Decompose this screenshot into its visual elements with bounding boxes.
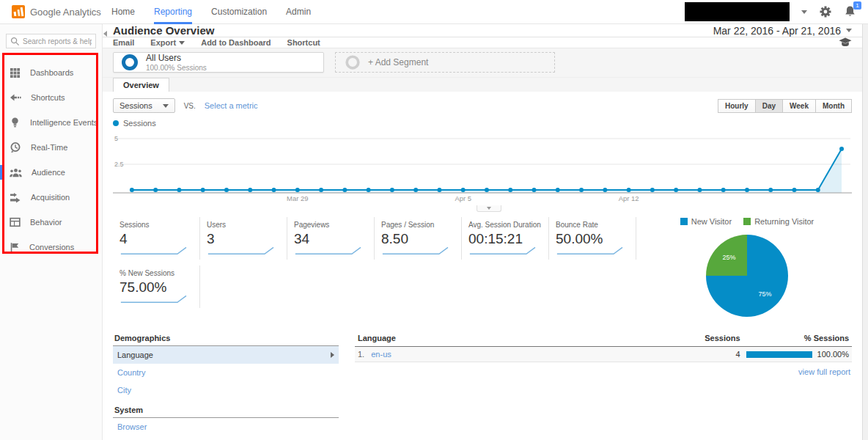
google-analytics-logo[interactable]: Google Analytics [0, 5, 103, 18]
sidebar-collapse-icon[interactable] [103, 31, 107, 37]
add-to-dashboard-button[interactable]: Add to Dashboard [201, 38, 271, 47]
pie-legend: New Visitor Returning Visitor [680, 217, 814, 226]
scorecards: Sessions 4 Users 3 Pageviews 34 [113, 217, 642, 320]
granularity-hourly[interactable]: Hourly [718, 99, 756, 113]
lightbulb-icon [10, 117, 21, 128]
select-a-metric-link[interactable]: Select a metric [205, 101, 258, 110]
sparkline [119, 295, 188, 304]
flag-icon [10, 242, 20, 253]
segment-all-users[interactable]: All Users 100.00% Sessions [113, 52, 324, 73]
scorecard-value: 34 [294, 231, 367, 247]
scorecard-value: 75.00% [119, 279, 193, 296]
dimension-city[interactable]: City [113, 381, 339, 399]
col-language[interactable]: Language [355, 331, 691, 347]
metric-select-dropdown[interactable]: Sessions [113, 98, 175, 113]
scorecard-value: 8.50 [381, 231, 455, 247]
scorecard-pageviews[interactable]: Pageviews 34 [287, 217, 375, 260]
svg-text:75%: 75% [759, 290, 772, 298]
scorecard-value: 3 [207, 231, 280, 247]
sessions-line-chart[interactable]: 2.55Mar 29Apr 5Apr 12 [103, 129, 862, 207]
annotations-expander[interactable] [477, 205, 501, 212]
scorecard-value: 50.00% [556, 231, 629, 247]
sidebar-item-audience[interactable]: Audience [0, 160, 102, 185]
scorecard-users[interactable]: Users 3 [200, 217, 287, 260]
line-chart-svg: 2.55Mar 29Apr 5Apr 12 [113, 129, 852, 205]
scorecard-bounce-rate[interactable]: Bounce Rate 50.00% [549, 217, 636, 260]
bottom-section: Demographics Language Country City Syste… [103, 320, 862, 440]
scorecard-label: Pageviews [294, 221, 367, 229]
vs-label: VS. [184, 102, 196, 110]
date-chevron-down-icon [846, 29, 852, 32]
scorecard-label: Pages / Session [381, 221, 455, 229]
scorecard-label: Bounce Rate [556, 221, 629, 229]
main-content: Audience Overview Mar 22, 2016 - Apr 21,… [103, 24, 868, 440]
scorecard-sessions[interactable]: Sessions 4 [113, 217, 200, 260]
row-rank: 1. [358, 350, 364, 359]
acquisition-arrows-icon [10, 192, 21, 203]
sidebar-item-conversions[interactable]: Conversions [0, 235, 102, 260]
dimension-label: Language [117, 351, 153, 359]
scorecard-avg-session-duration[interactable]: Avg. Session Duration 00:15:21 [462, 217, 549, 260]
search-input[interactable] [23, 37, 92, 45]
graduation-cap-icon[interactable] [839, 37, 852, 48]
granularity-week[interactable]: Week [782, 99, 816, 113]
date-range-selector[interactable]: Mar 22, 2016 - Apr 21, 2016 [713, 25, 852, 37]
sidebar-item-behavior[interactable]: Behavior [0, 210, 102, 235]
add-segment-donut-icon [345, 54, 361, 70]
shortcut-button[interactable]: Shortcut [287, 38, 320, 47]
account-chevron-down-icon[interactable] [801, 10, 807, 14]
sidebar-item-acquisition[interactable]: Acquisition [0, 185, 102, 210]
sidebar-item-real-time[interactable]: Real-Time [0, 135, 102, 160]
notifications-bell[interactable]: 1 [844, 5, 856, 19]
new-visitor-swatch [680, 218, 688, 225]
topbar-right: 1 [685, 2, 868, 21]
col-sessions[interactable]: Sessions [691, 331, 743, 347]
sidebar-item-label: Real-Time [31, 143, 67, 152]
nav-reporting[interactable]: Reporting [154, 0, 192, 24]
report-dimension-list: Demographics Language Country City Syste… [113, 331, 339, 440]
nav-home[interactable]: Home [111, 0, 135, 24]
svg-text:5: 5 [114, 135, 118, 142]
segment-title: All Users [146, 53, 207, 63]
scorecard-row-2: % New Sessions 75.00% [113, 265, 642, 308]
email-button[interactable]: Email [113, 38, 134, 47]
dimension-browser[interactable]: Browser [113, 418, 339, 436]
search-icon [10, 37, 20, 46]
col-pct-sessions[interactable]: % Sessions [743, 331, 852, 347]
granularity-day[interactable]: Day [755, 99, 783, 113]
scorecard-label: Sessions [119, 221, 193, 229]
shortcut-arrow-icon [10, 92, 21, 103]
visitor-pie-chart[interactable]: 75%25% [703, 232, 791, 320]
nav-admin[interactable]: Admin [286, 0, 311, 24]
account-selector-redacted[interactable] [685, 2, 790, 21]
clock-icon [10, 142, 21, 153]
dimension-operating-system[interactable]: Operating System [113, 436, 339, 440]
scorecard-pages-per-session[interactable]: Pages / Session 8.50 [375, 217, 462, 260]
sidebar-item-intelligence-events[interactable]: Intelligence Events [0, 110, 102, 135]
row-pct: 100.00% [817, 350, 849, 359]
sidebar-item-dashboards[interactable]: Dashboards [0, 60, 102, 85]
gear-icon[interactable] [819, 5, 832, 18]
scorecard-value: 4 [119, 231, 193, 247]
nav-customization[interactable]: Customization [211, 0, 267, 24]
scorecard-new-sessions[interactable]: % New Sessions 75.00% [113, 265, 200, 308]
dimension-language[interactable]: Language [113, 346, 339, 364]
sidebar-search[interactable] [6, 34, 96, 48]
vertical-scrollbar[interactable] [862, 24, 868, 440]
report-action-bar: Email Export Add to Dashboard Shortcut [103, 37, 862, 48]
language-link[interactable]: en-us [371, 350, 391, 359]
add-segment-label: + Add Segment [368, 57, 428, 67]
primary-nav: Home Reporting Customization Admin [111, 0, 311, 24]
export-button[interactable]: Export [150, 38, 185, 47]
view-full-report-link[interactable]: view full report [798, 367, 850, 376]
sidebar-item-label: Conversions [29, 243, 74, 252]
scorecard-label: % New Sessions [119, 269, 193, 277]
tab-overview[interactable]: Overview [113, 78, 169, 92]
dimension-country[interactable]: Country [113, 364, 339, 381]
add-segment-button[interactable]: + Add Segment [335, 52, 555, 73]
sidebar-item-label: Shortcuts [31, 93, 65, 102]
sidebar-item-label: Dashboards [30, 68, 73, 77]
legend-returning-visitor: Returning Visitor [743, 217, 814, 226]
sidebar-item-shortcuts[interactable]: Shortcuts [0, 85, 102, 110]
granularity-month[interactable]: Month [815, 99, 852, 113]
